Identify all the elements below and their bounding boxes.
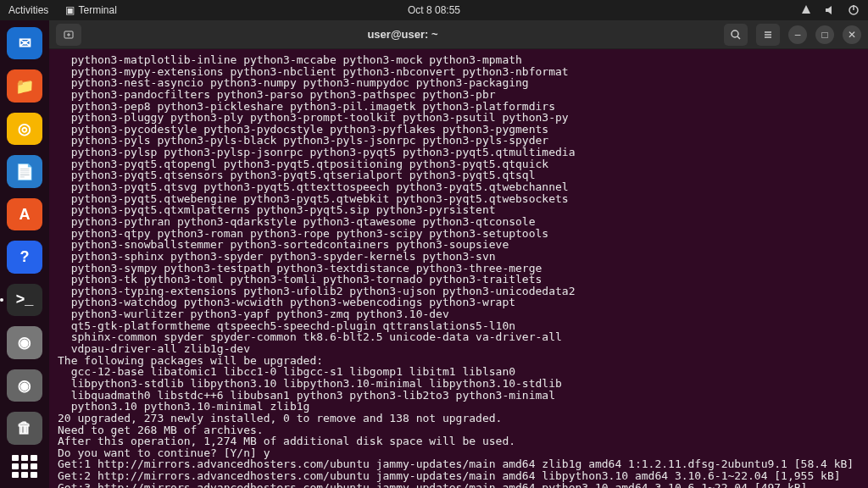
terminal-app-icon: ▣ — [64, 4, 75, 16]
help-icon[interactable]: ? — [7, 241, 42, 273]
terminal-menu[interactable]: ▣ Terminal — [64, 4, 116, 16]
search-button[interactable] — [724, 24, 748, 46]
terminal-menu-label: Terminal — [78, 4, 116, 16]
disk2-icon[interactable]: ◉ — [7, 369, 42, 402]
thunderbird-icon[interactable]: ✉ — [7, 27, 42, 59]
files-icon[interactable]: 📁 — [7, 69, 42, 102]
terminal-window: user@user: ~ – □ ✕ python3-matplotlib-in… — [49, 20, 868, 488]
software-icon[interactable]: A — [7, 198, 42, 230]
disk-icon[interactable]: ◉ — [7, 326, 42, 358]
trash-icon[interactable]: 🗑 — [7, 412, 42, 444]
close-button[interactable]: ✕ — [843, 25, 861, 44]
titlebar: user@user: ~ – □ ✕ — [49, 20, 868, 49]
power-icon[interactable] — [848, 4, 860, 16]
hamburger-menu-button[interactable] — [756, 24, 780, 46]
maximize-button[interactable]: □ — [815, 25, 834, 44]
writer-icon[interactable]: 📄 — [7, 155, 42, 187]
rhythmbox-icon[interactable]: ◎ — [7, 113, 42, 145]
top-bar: Activities ▣ Terminal Oct 8 08:55 — [0, 0, 868, 20]
volume-icon[interactable] — [824, 4, 836, 16]
window-title: user@user: ~ — [81, 28, 724, 41]
minimize-button[interactable]: – — [788, 25, 807, 44]
show-applications-button[interactable] — [12, 455, 37, 478]
svg-line-6 — [737, 36, 740, 39]
terminal-output[interactable]: python3-matplotlib-inline python3-mccabe… — [49, 49, 868, 488]
network-icon[interactable] — [800, 4, 812, 16]
new-tab-button[interactable] — [56, 24, 81, 46]
terminal-icon[interactable]: >_ — [7, 284, 42, 316]
dock: ✉📁◎📄A?>_◉◉🗑 — [0, 20, 49, 488]
activities-button[interactable]: Activities — [8, 4, 48, 16]
clock[interactable]: Oct 8 08:55 — [408, 4, 460, 16]
svg-point-5 — [732, 30, 738, 37]
